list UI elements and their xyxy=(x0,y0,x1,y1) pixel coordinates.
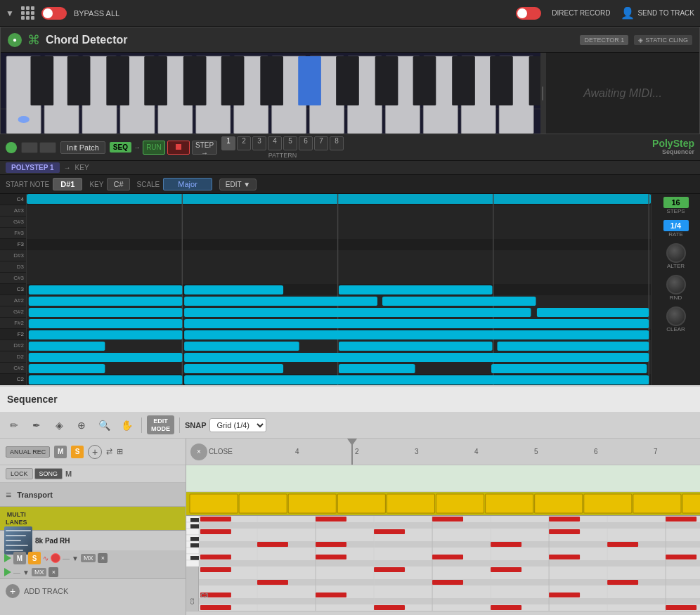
start-note-btn[interactable]: D#1 xyxy=(53,178,82,190)
track-play-btn-2[interactable] xyxy=(4,568,11,576)
edit-mode-btn[interactable]: EDITMODE xyxy=(147,415,174,435)
note-label-as2: A#2 xyxy=(0,295,26,306)
scale-btn[interactable]: Major xyxy=(163,178,212,190)
note-label-d2: D2 xyxy=(0,351,26,363)
send-to-track-btn[interactable]: 👤 SEND TO TRACK xyxy=(621,6,694,20)
run-btn[interactable]: RUN xyxy=(143,141,165,155)
static-cling-badge: ◈ STATIC CLING xyxy=(634,35,692,45)
tool-bucket[interactable]: ◈ xyxy=(49,416,69,434)
direct-record-toggle[interactable] xyxy=(516,7,541,20)
svg-rect-116 xyxy=(199,598,700,604)
svg-rect-18 xyxy=(106,56,129,105)
m-btn[interactable]: M xyxy=(54,446,67,458)
s-btn[interactable]: S xyxy=(71,446,84,458)
tool-pencil[interactable]: ✏ xyxy=(4,416,24,434)
svg-rect-76 xyxy=(29,375,182,384)
chord-power-btn[interactable]: ● xyxy=(8,33,22,47)
svg-rect-149 xyxy=(432,555,463,559)
time-mark-4b: 4 xyxy=(474,448,479,455)
rec-circle[interactable] xyxy=(51,553,60,563)
seq-right-panel: 16 STEPS 1/4 RATE ALTER RND CLEAR xyxy=(651,194,700,385)
alter-knob[interactable] xyxy=(666,243,686,263)
add-track-icon[interactable]: + xyxy=(6,584,20,598)
pattern-btn-2[interactable]: 2 xyxy=(237,136,251,150)
static-cling-label: STATIC CLING xyxy=(645,37,688,44)
svg-rect-72 xyxy=(29,364,105,373)
pattern-btn-8[interactable]: 8 xyxy=(330,136,344,150)
rate-group: 1/4 RATE xyxy=(663,220,689,238)
edit-btn[interactable]: EDIT ▼ xyxy=(219,179,257,190)
timeline-yellow-clips xyxy=(186,492,700,516)
polystep-name[interactable]: POLYSTEP 1 xyxy=(6,162,60,173)
rec-btn[interactable] xyxy=(167,141,190,155)
track-m-btn-1[interactable]: M xyxy=(13,552,26,564)
svg-rect-75 xyxy=(491,364,647,373)
pattern-btn-4[interactable]: 4 xyxy=(268,136,282,150)
svg-point-30 xyxy=(18,116,30,123)
svg-rect-162 xyxy=(374,605,405,610)
svg-rect-151 xyxy=(666,555,696,559)
direct-record-btn[interactable]: DIRECT RECORD xyxy=(552,9,610,17)
svg-rect-152 xyxy=(200,567,231,572)
step-btn[interactable]: STEP → xyxy=(192,141,217,155)
start-note-group: START NOTE D#1 xyxy=(6,178,82,190)
grid-icon[interactable] xyxy=(21,6,34,20)
note-label-gs2: G#2 xyxy=(0,306,26,318)
x-btn-1[interactable]: × xyxy=(98,553,108,563)
init-patch-label: Init Patch xyxy=(60,141,105,154)
tool-hand[interactable]: ✋ xyxy=(117,416,136,434)
toolbar-separator-1 xyxy=(141,417,142,433)
pattern-btn-6[interactable]: 6 xyxy=(299,136,313,150)
svg-rect-71 xyxy=(184,353,649,362)
tool-brush[interactable]: ✒ xyxy=(27,416,46,434)
svg-rect-89 xyxy=(682,494,700,513)
svg-rect-84 xyxy=(436,494,484,513)
svg-rect-106 xyxy=(199,535,700,541)
svg-rect-54 xyxy=(184,285,283,294)
svg-rect-64 xyxy=(29,330,182,339)
lock-btn[interactable]: LOCK xyxy=(6,468,33,479)
rnd-knob[interactable] xyxy=(666,275,686,294)
clear-knob[interactable] xyxy=(666,306,686,326)
track-s-btn-1[interactable]: S xyxy=(28,552,41,564)
timeline-header: × CLOSE 4 2 3 4 5 6 7 8 xyxy=(186,439,700,465)
top-toolbar: ▼ BYPASS ALL DIRECT RECORD 👤 SEND TO TRA… xyxy=(0,0,700,27)
time-mark-3: 3 xyxy=(415,448,419,455)
mx-btn-1[interactable]: MX xyxy=(81,554,96,562)
svg-rect-28 xyxy=(490,56,513,105)
svg-rect-22 xyxy=(260,56,283,105)
svg-rect-59 xyxy=(29,308,182,317)
pattern-btn-3[interactable]: 3 xyxy=(252,136,266,150)
svg-rect-55 xyxy=(339,285,492,294)
add-track-label: ADD TRACK xyxy=(24,587,68,595)
midi-display: Awaiting MIDI... xyxy=(545,53,699,134)
mini-btn-1[interactable] xyxy=(21,142,38,153)
track-play-btn-1[interactable] xyxy=(4,554,11,562)
add-track-row[interactable]: + ADD TRACK xyxy=(0,579,186,603)
key-value-btn[interactable]: C# xyxy=(107,178,129,190)
waveform-icon: ∿ xyxy=(43,555,48,562)
svg-rect-61 xyxy=(537,308,649,317)
bypass-toggle[interactable] xyxy=(41,7,67,20)
grid-dropdown[interactable]: Grid (1/4) xyxy=(209,418,266,432)
manual-rec-btn[interactable]: ANUAL REC xyxy=(6,446,50,458)
tool-zoom-reg[interactable]: 🔍 xyxy=(94,416,114,434)
song-btn[interactable]: SONG xyxy=(34,468,63,479)
svg-rect-91 xyxy=(190,518,199,522)
pattern-btn-7[interactable]: 7 xyxy=(314,136,328,150)
dropdown-arrow-icon[interactable]: ▼ xyxy=(6,8,14,18)
seq-arrow: → xyxy=(134,143,141,151)
mini-btn-2[interactable] xyxy=(39,142,56,153)
daw-left-panel: ANUAL REC M S + ⇄ ⊞ LOCK SONG M ≡ Transp… xyxy=(0,439,186,615)
mx-btn-2[interactable]: MX xyxy=(32,568,47,576)
polystep-power-btn[interactable] xyxy=(6,142,17,153)
tool-lasso[interactable]: ⊕ xyxy=(72,416,91,434)
pattern-btn-1[interactable]: 1 xyxy=(221,136,235,150)
close-region-btn[interactable]: × xyxy=(190,444,207,460)
svg-rect-21 xyxy=(221,56,245,105)
add-track-ctrl-btn[interactable]: + xyxy=(88,445,102,459)
piano-roll-main: C3 C2 xyxy=(186,516,700,611)
pattern-btn-5[interactable]: 5 xyxy=(283,136,297,150)
x-btn-2[interactable]: × xyxy=(48,567,58,577)
dash-line: — xyxy=(63,555,70,562)
